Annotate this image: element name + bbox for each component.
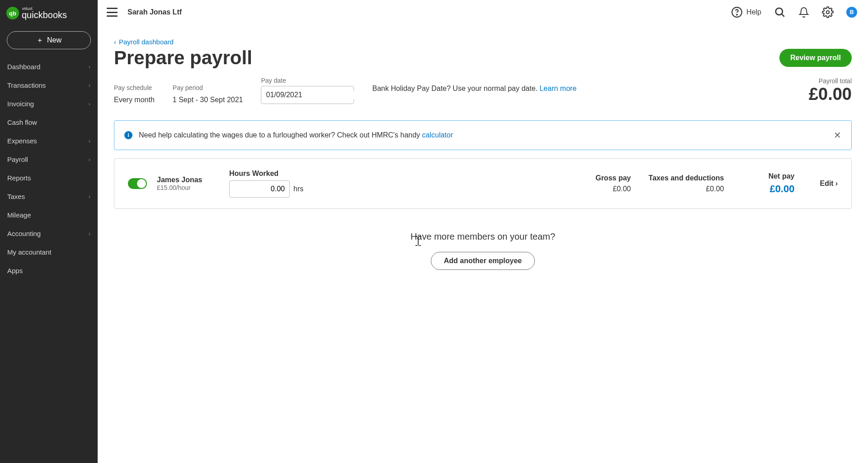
help-label: Help — [746, 8, 761, 16]
logo-main-text: quickbooks — [22, 11, 67, 19]
holiday-note: Bank Holiday Pay Date? Use your normal p… — [372, 85, 576, 96]
pay-schedule-value: Every month — [114, 93, 155, 104]
chevron-right-icon: › — [89, 156, 90, 163]
svg-point-2 — [776, 8, 783, 15]
payroll-total-label: Payroll total — [809, 77, 852, 85]
topbar: Sarah Jonas Ltf Help B — [98, 0, 868, 24]
sidebar-item-transactions[interactable]: Transactions› — [0, 76, 98, 94]
payroll-total-value: £0.00 — [809, 85, 852, 104]
chevron-right-icon: › — [89, 194, 90, 200]
sidebar-item-invoicing[interactable]: Invoicing› — [0, 94, 98, 113]
sidebar-item-accounting[interactable]: Accounting› — [0, 224, 98, 243]
net-pay-label: Net pay — [740, 172, 794, 180]
sidebar-item-my-accountant[interactable]: My accountant — [0, 243, 98, 261]
search-icon — [774, 6, 786, 18]
company-name: Sarah Jonas Ltf — [127, 8, 182, 16]
employee-card: James Jonas £15.00/hour Hours Worked hrs… — [114, 158, 852, 209]
menu-icon[interactable] — [107, 8, 118, 17]
gear-icon — [822, 6, 834, 18]
review-payroll-button[interactable]: Review payroll — [779, 49, 852, 67]
learn-more-link[interactable]: Learn more — [539, 85, 576, 92]
help-icon — [731, 6, 743, 18]
new-button-label: New — [47, 36, 61, 44]
net-pay-value: £0.00 — [740, 183, 794, 195]
sidebar: qb ıntuıt quickbooks ＋ New Dashboard› Tr… — [0, 0, 98, 463]
gross-pay-value: £0.00 — [576, 185, 631, 193]
info-banner: i Need help calculating the wages due to… — [114, 120, 852, 150]
taxes-column: Taxes and deductions £0.00 — [647, 174, 724, 193]
user-avatar[interactable]: B — [846, 7, 857, 18]
employee-toggle[interactable] — [128, 178, 147, 189]
logo-icon: qb — [6, 7, 19, 19]
employee-name: James Jonas — [157, 176, 220, 184]
team-footer: Have more members on your team? Add anot… — [114, 232, 852, 270]
pay-date-input[interactable] — [266, 91, 356, 99]
settings-button[interactable] — [822, 6, 834, 18]
payroll-total: Payroll total £0.00 — [809, 77, 852, 104]
pay-period-label: Pay period — [173, 84, 243, 91]
sidebar-item-expenses[interactable]: Expenses› — [0, 132, 98, 150]
hours-worked-block: Hours Worked hrs — [229, 170, 303, 198]
gross-pay-column: Gross pay £0.00 — [576, 174, 631, 193]
sidebar-item-cash-flow[interactable]: Cash flow — [0, 113, 98, 132]
sidebar-item-apps[interactable]: Apps — [0, 261, 98, 280]
sidebar-item-dashboard[interactable]: Dashboard› — [0, 57, 98, 76]
brand-logo[interactable]: qb ıntuıt quickbooks — [0, 0, 98, 24]
page-content: ‹ Payroll dashboard Prepare payroll Revi… — [98, 24, 868, 463]
chevron-right-icon: › — [89, 101, 90, 107]
bell-icon — [798, 7, 809, 18]
plus-icon: ＋ — [36, 36, 43, 45]
main-area: Sarah Jonas Ltf Help B ‹ Payroll dashboa… — [98, 0, 868, 463]
hours-worked-input[interactable] — [229, 180, 290, 198]
svg-point-4 — [826, 11, 830, 14]
page-title: Prepare payroll — [114, 47, 252, 69]
calculator-link[interactable]: calculator — [422, 131, 453, 139]
edit-employee-link[interactable]: Edit › — [820, 180, 838, 188]
chevron-right-icon: › — [89, 138, 90, 144]
pay-period-value: 1 Sept - 30 Sept 2021 — [173, 93, 243, 104]
pay-period-block: Pay period 1 Sept - 30 Sept 2021 — [173, 84, 243, 104]
sidebar-item-mileage[interactable]: Mileage — [0, 206, 98, 224]
taxes-label: Taxes and deductions — [647, 174, 724, 182]
chevron-left-icon: ‹ — [114, 38, 116, 46]
chevron-right-icon: › — [89, 64, 90, 70]
pay-date-label: Pay date — [261, 77, 354, 84]
svg-point-1 — [736, 14, 737, 15]
breadcrumb-link[interactable]: ‹ Payroll dashboard — [114, 38, 174, 46]
chevron-right-icon: › — [835, 180, 838, 188]
team-question: Have more members on your team? — [114, 232, 852, 242]
notifications-button[interactable] — [798, 7, 809, 18]
pay-schedule-block: Pay schedule Every month — [114, 84, 155, 104]
sidebar-item-reports[interactable]: Reports — [0, 169, 98, 187]
sidebar-nav: Dashboard› Transactions› Invoicing› Cash… — [0, 57, 98, 280]
new-button[interactable]: ＋ New — [7, 31, 91, 49]
add-employee-button[interactable]: Add another employee — [431, 252, 535, 270]
hours-worked-label: Hours Worked — [229, 170, 303, 178]
chevron-right-icon: › — [89, 82, 90, 89]
close-icon[interactable]: ✕ — [834, 130, 841, 141]
search-button[interactable] — [774, 6, 786, 18]
sidebar-item-taxes[interactable]: Taxes› — [0, 187, 98, 206]
employee-info: James Jonas £15.00/hour — [157, 176, 220, 191]
breadcrumb-label: Payroll dashboard — [119, 38, 174, 46]
pay-schedule-label: Pay schedule — [114, 84, 155, 91]
pay-date-block: Pay date — [261, 77, 354, 104]
pay-date-field[interactable] — [261, 86, 354, 104]
svg-line-3 — [782, 14, 784, 16]
taxes-value: £0.00 — [647, 185, 724, 193]
gross-pay-label: Gross pay — [576, 174, 631, 182]
net-pay-column: Net pay £0.00 — [740, 172, 794, 195]
help-button[interactable]: Help — [731, 6, 761, 18]
sidebar-item-payroll[interactable]: Payroll› — [0, 150, 98, 169]
info-banner-text: Need help calculating the wages due to a… — [139, 131, 827, 139]
chevron-right-icon: › — [89, 231, 90, 237]
info-icon: i — [124, 131, 132, 139]
employee-rate: £15.00/hour — [157, 184, 220, 191]
hours-suffix: hrs — [293, 185, 303, 193]
